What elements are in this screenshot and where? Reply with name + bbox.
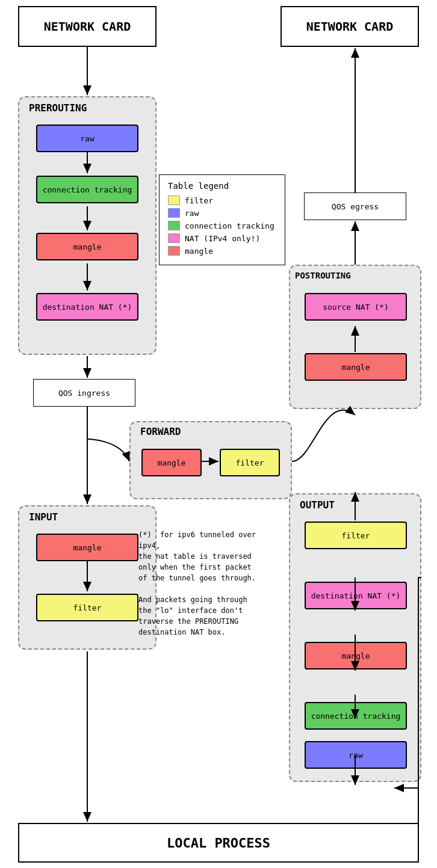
forward-mangle: mangle (141, 449, 202, 476)
legend-nat: NAT (IPv4 only!) (168, 233, 276, 243)
postrouting-mangle: mangle (305, 353, 407, 381)
legend-conntrack: connection tracking (168, 221, 276, 230)
input-title: INPUT (29, 511, 58, 523)
forward-filter: filter (220, 449, 280, 476)
diagram: NETWORK CARD NETWORK CARD PREROUTING raw… (0, 0, 437, 868)
prerouting-title: PREROUTING (29, 102, 87, 114)
forward-container: FORWARD mangle filter (129, 421, 292, 499)
prerouting-conntrack: connection tracking (36, 176, 138, 203)
note-text: (*) for ipv6 tunneled over ipv4, the nat… (138, 529, 277, 638)
legend-raw: raw (168, 208, 276, 218)
output-dnat: destination NAT (*) (305, 582, 407, 609)
legend-mangle: mangle (168, 246, 276, 256)
output-title: OUTPUT (300, 499, 335, 511)
forward-title: FORWARD (140, 426, 181, 437)
prerouting-container: PREROUTING raw connection tracking mangl… (18, 96, 157, 355)
network-card-left: NETWORK CARD (18, 6, 157, 47)
legend-filter: filter (168, 195, 276, 205)
input-mangle: mangle (36, 534, 138, 561)
network-card-right: NETWORK CARD (280, 6, 419, 47)
output-raw: raw (305, 741, 407, 769)
legend-title: Table legend (168, 181, 276, 191)
input-container: INPUT mangle filter (18, 505, 157, 650)
postrouting-snat: source NAT (*) (305, 293, 407, 321)
output-conntrack: connection tracking (305, 702, 407, 730)
legend: Table legend filter raw connection track… (159, 174, 285, 265)
qos-egress: QOS egress (304, 192, 406, 220)
prerouting-mangle: mangle (36, 233, 138, 260)
output-container: OUTPUT filter destination NAT (*) mangle… (289, 493, 421, 782)
prerouting-dnat: destination NAT (*) (36, 293, 138, 321)
output-mangle: mangle (305, 642, 407, 669)
prerouting-raw: raw (36, 125, 138, 152)
postrouting-title: POSTROUTING (295, 271, 351, 280)
qos-ingress: QOS ingress (33, 379, 135, 407)
local-process: LOCAL PROCESS (18, 823, 419, 863)
output-filter: filter (305, 522, 407, 549)
input-filter: filter (36, 594, 138, 621)
postrouting-container: POSTROUTING source NAT (*) mangle (289, 265, 421, 409)
